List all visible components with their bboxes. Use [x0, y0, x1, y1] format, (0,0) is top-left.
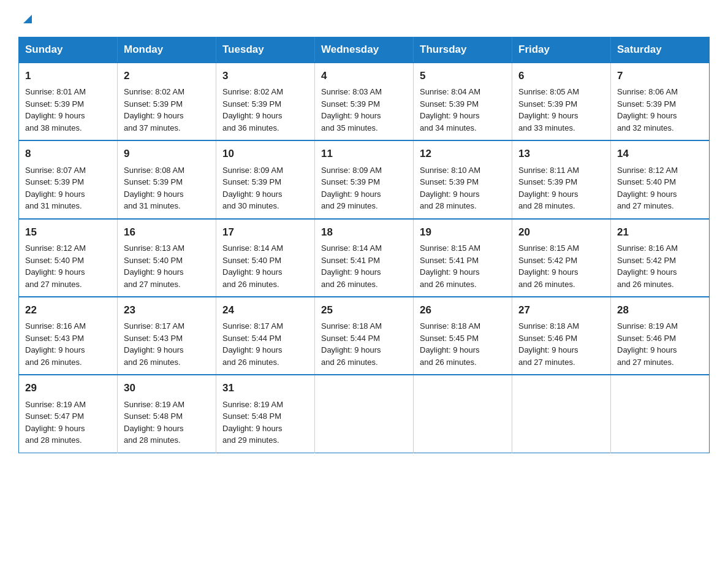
svg-marker-0	[23, 15, 32, 23]
day-number: 11	[321, 146, 407, 162]
day-info: Sunrise: 8:15 AMSunset: 5:42 PMDaylight:…	[518, 242, 604, 290]
day-number: 7	[617, 68, 703, 84]
day-info: Sunrise: 8:19 AMSunset: 5:47 PMDaylight:…	[25, 399, 111, 446]
day-number: 20	[518, 224, 604, 240]
day-info: Sunrise: 8:17 AMSunset: 5:44 PMDaylight:…	[222, 320, 308, 368]
day-info: Sunrise: 8:05 AMSunset: 5:39 PMDaylight:…	[518, 86, 604, 134]
calendar-day-cell: 22Sunrise: 8:16 AMSunset: 5:43 PMDayligh…	[19, 297, 118, 375]
page-header	[18, 12, 710, 26]
calendar-day-cell: 28Sunrise: 8:19 AMSunset: 5:46 PMDayligh…	[611, 297, 710, 375]
day-number: 4	[321, 68, 407, 84]
calendar-day-cell: 24Sunrise: 8:17 AMSunset: 5:44 PMDayligh…	[216, 297, 315, 375]
calendar-table: SundayMondayTuesdayWednesdayThursdayFrid…	[18, 37, 710, 453]
calendar-day-cell: 29Sunrise: 8:19 AMSunset: 5:47 PMDayligh…	[19, 375, 118, 453]
day-info: Sunrise: 8:02 AMSunset: 5:39 PMDaylight:…	[222, 86, 308, 134]
day-info: Sunrise: 8:17 AMSunset: 5:43 PMDaylight:…	[124, 320, 210, 368]
calendar-day-cell: 14Sunrise: 8:12 AMSunset: 5:40 PMDayligh…	[611, 140, 710, 218]
day-number: 13	[518, 146, 604, 162]
calendar-week-row: 29Sunrise: 8:19 AMSunset: 5:47 PMDayligh…	[19, 375, 710, 453]
day-info: Sunrise: 8:18 AMSunset: 5:46 PMDaylight:…	[518, 320, 604, 368]
day-number: 17	[222, 224, 308, 240]
calendar-day-cell: 10Sunrise: 8:09 AMSunset: 5:39 PMDayligh…	[216, 140, 315, 218]
day-number: 24	[222, 302, 308, 318]
day-number: 5	[420, 68, 506, 84]
calendar-day-cell: 21Sunrise: 8:16 AMSunset: 5:42 PMDayligh…	[611, 219, 710, 297]
day-info: Sunrise: 8:09 AMSunset: 5:39 PMDaylight:…	[222, 164, 308, 212]
day-info: Sunrise: 8:14 AMSunset: 5:41 PMDaylight:…	[321, 242, 407, 290]
day-number: 26	[420, 302, 506, 318]
day-info: Sunrise: 8:12 AMSunset: 5:40 PMDaylight:…	[617, 164, 703, 212]
day-number: 25	[321, 302, 407, 318]
calendar-day-cell: 30Sunrise: 8:19 AMSunset: 5:48 PMDayligh…	[118, 375, 216, 453]
day-number: 9	[124, 146, 210, 162]
calendar-day-cell: 12Sunrise: 8:10 AMSunset: 5:39 PMDayligh…	[414, 140, 512, 218]
calendar-week-row: 22Sunrise: 8:16 AMSunset: 5:43 PMDayligh…	[19, 297, 710, 375]
calendar-day-cell: 9Sunrise: 8:08 AMSunset: 5:39 PMDaylight…	[118, 140, 216, 218]
day-info: Sunrise: 8:06 AMSunset: 5:39 PMDaylight:…	[617, 86, 703, 134]
empty-cell	[315, 375, 414, 453]
day-number: 18	[321, 224, 407, 240]
day-info: Sunrise: 8:03 AMSunset: 5:39 PMDaylight:…	[321, 86, 407, 134]
empty-cell	[611, 375, 710, 453]
day-info: Sunrise: 8:04 AMSunset: 5:39 PMDaylight:…	[420, 86, 506, 134]
calendar-day-cell: 25Sunrise: 8:18 AMSunset: 5:44 PMDayligh…	[315, 297, 414, 375]
day-header-sunday: Sunday	[19, 37, 118, 63]
calendar-day-cell: 17Sunrise: 8:14 AMSunset: 5:40 PMDayligh…	[216, 219, 315, 297]
day-info: Sunrise: 8:19 AMSunset: 5:48 PMDaylight:…	[124, 399, 210, 446]
day-number: 6	[518, 68, 604, 84]
calendar-day-cell: 13Sunrise: 8:11 AMSunset: 5:39 PMDayligh…	[512, 140, 611, 218]
empty-cell	[512, 375, 611, 453]
day-number: 14	[617, 146, 703, 162]
day-header-tuesday: Tuesday	[216, 37, 315, 63]
day-info: Sunrise: 8:08 AMSunset: 5:39 PMDaylight:…	[124, 164, 210, 212]
empty-cell	[414, 375, 512, 453]
calendar-day-cell: 15Sunrise: 8:12 AMSunset: 5:40 PMDayligh…	[19, 219, 118, 297]
day-info: Sunrise: 8:01 AMSunset: 5:39 PMDaylight:…	[25, 86, 111, 134]
calendar-day-cell: 4Sunrise: 8:03 AMSunset: 5:39 PMDaylight…	[315, 63, 414, 140]
day-number: 30	[124, 380, 210, 396]
calendar-day-cell: 11Sunrise: 8:09 AMSunset: 5:39 PMDayligh…	[315, 140, 414, 218]
day-number: 15	[25, 224, 111, 240]
calendar-day-cell: 23Sunrise: 8:17 AMSunset: 5:43 PMDayligh…	[118, 297, 216, 375]
day-header-monday: Monday	[118, 37, 216, 63]
day-info: Sunrise: 8:19 AMSunset: 5:46 PMDaylight:…	[617, 320, 703, 368]
day-info: Sunrise: 8:14 AMSunset: 5:40 PMDaylight:…	[222, 242, 308, 290]
day-info: Sunrise: 8:11 AMSunset: 5:39 PMDaylight:…	[518, 164, 604, 212]
day-number: 21	[617, 224, 703, 240]
calendar-day-cell: 20Sunrise: 8:15 AMSunset: 5:42 PMDayligh…	[512, 219, 611, 297]
day-number: 10	[222, 146, 308, 162]
day-info: Sunrise: 8:12 AMSunset: 5:40 PMDaylight:…	[25, 242, 111, 290]
day-info: Sunrise: 8:09 AMSunset: 5:39 PMDaylight:…	[321, 164, 407, 212]
day-info: Sunrise: 8:19 AMSunset: 5:48 PMDaylight:…	[222, 399, 308, 446]
day-number: 1	[25, 68, 111, 84]
day-number: 27	[518, 302, 604, 318]
day-info: Sunrise: 8:15 AMSunset: 5:41 PMDaylight:…	[420, 242, 506, 290]
day-number: 16	[124, 224, 210, 240]
calendar-day-cell: 19Sunrise: 8:15 AMSunset: 5:41 PMDayligh…	[414, 219, 512, 297]
day-header-thursday: Thursday	[414, 37, 512, 63]
day-number: 12	[420, 146, 506, 162]
calendar-day-cell: 6Sunrise: 8:05 AMSunset: 5:39 PMDaylight…	[512, 63, 611, 140]
calendar-day-cell: 16Sunrise: 8:13 AMSunset: 5:40 PMDayligh…	[118, 219, 216, 297]
day-info: Sunrise: 8:02 AMSunset: 5:39 PMDaylight:…	[124, 86, 210, 134]
calendar-week-row: 15Sunrise: 8:12 AMSunset: 5:40 PMDayligh…	[19, 219, 710, 297]
day-header-wednesday: Wednesday	[315, 37, 414, 63]
day-number: 19	[420, 224, 506, 240]
day-number: 2	[124, 68, 210, 84]
day-number: 23	[124, 302, 210, 318]
calendar-day-cell: 18Sunrise: 8:14 AMSunset: 5:41 PMDayligh…	[315, 219, 414, 297]
day-info: Sunrise: 8:16 AMSunset: 5:42 PMDaylight:…	[617, 242, 703, 290]
calendar-week-row: 8Sunrise: 8:07 AMSunset: 5:39 PMDaylight…	[19, 140, 710, 218]
calendar-day-cell: 8Sunrise: 8:07 AMSunset: 5:39 PMDaylight…	[19, 140, 118, 218]
calendar-day-cell: 7Sunrise: 8:06 AMSunset: 5:39 PMDaylight…	[611, 63, 710, 140]
day-header-saturday: Saturday	[611, 37, 710, 63]
day-number: 8	[25, 146, 111, 162]
calendar-day-cell: 1Sunrise: 8:01 AMSunset: 5:39 PMDaylight…	[19, 63, 118, 140]
calendar-day-cell: 27Sunrise: 8:18 AMSunset: 5:46 PMDayligh…	[512, 297, 611, 375]
day-number: 22	[25, 302, 111, 318]
day-number: 31	[222, 380, 308, 396]
calendar-week-row: 1Sunrise: 8:01 AMSunset: 5:39 PMDaylight…	[19, 63, 710, 140]
day-number: 29	[25, 380, 111, 396]
calendar-day-cell: 26Sunrise: 8:18 AMSunset: 5:45 PMDayligh…	[414, 297, 512, 375]
day-info: Sunrise: 8:10 AMSunset: 5:39 PMDaylight:…	[420, 164, 506, 212]
